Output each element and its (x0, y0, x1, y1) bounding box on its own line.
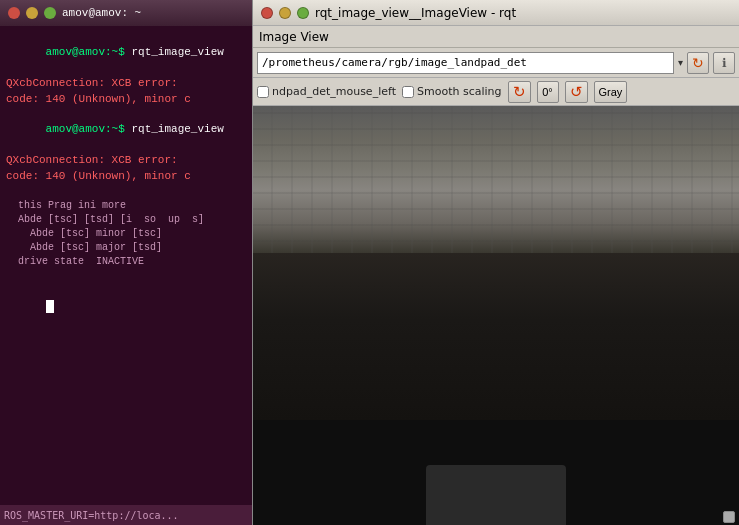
angle-label-button[interactable]: 0° (537, 81, 559, 103)
info-button[interactable]: ℹ (713, 52, 735, 74)
gray-label: Gray (599, 86, 623, 98)
angle-label: 0° (542, 86, 553, 98)
camera-image-area (253, 106, 739, 525)
rotate-cw-icon: ↻ (513, 83, 526, 101)
rqt-maximize-button[interactable] (297, 7, 309, 19)
rqt-minimize-button[interactable] (279, 7, 291, 19)
rqt-title: rqt_image_view__ImageView - rqt (315, 6, 516, 20)
term-blank-2 (6, 269, 246, 284)
terminal-content: amov@amov:~$ rqt_image_view QXcbConnecti… (0, 26, 252, 335)
controls-row: ndpad_det_mouse_left Smooth scaling ↻ 0°… (253, 78, 739, 106)
refresh-icon: ↻ (692, 55, 704, 71)
smooth-scaling-label: Smooth scaling (417, 85, 502, 98)
terminal-title: amov@amov: ~ (62, 7, 141, 19)
terminal-bottom-bar: ROS_MASTER_URI=http://loca... (0, 505, 252, 525)
rotate-ccw-icon: ↺ (570, 83, 583, 101)
landing-pad-shape (426, 465, 566, 525)
mouse-left-label: ndpad_det_mouse_left (272, 85, 396, 98)
term-line-2: amov@amov:~$ rqt_image_view (6, 107, 246, 153)
terminal-close-button[interactable] (8, 7, 20, 19)
topic-row: ▾ ↻ ℹ (253, 48, 739, 78)
term-info-5: drive state INACTIVE (6, 255, 246, 269)
rqt-menubar: Image View (253, 26, 739, 48)
smooth-scaling-checkbox[interactable] (402, 86, 414, 98)
term-cmd-2: rqt_image_view (131, 123, 223, 135)
term-error-4: code: 140 (Unknown), minor c (6, 169, 246, 184)
checkbox-label-1[interactable]: ndpad_det_mouse_left (257, 85, 396, 98)
term-error-2: code: 140 (Unknown), minor c (6, 92, 246, 107)
term-info-2: Abde [tsc] [tsd] [i so up s] (6, 213, 246, 227)
term-info-1: this Prag ini more (6, 199, 246, 213)
image-simulation (253, 106, 739, 525)
terminal-cursor (46, 300, 54, 313)
terminal-status-text: ROS_MASTER_URI=http://loca... (4, 510, 179, 521)
term-cmd-1: rqt_image_view (131, 46, 223, 58)
mouse-left-checkbox[interactable] (257, 86, 269, 98)
refresh-topic-button[interactable]: ↻ (687, 52, 709, 74)
image-scrollbar[interactable] (723, 511, 735, 523)
rotate-cw-button[interactable]: ↻ (508, 81, 531, 103)
rqt-panel: rqt_image_view__ImageView - rqt Image Vi… (252, 0, 739, 525)
term-info-4: Abde [tsc] major [tsd] (6, 241, 246, 255)
term-cursor-line (6, 285, 246, 331)
topic-input[interactable] (257, 52, 674, 74)
checkbox-label-2[interactable]: Smooth scaling (402, 85, 502, 98)
term-error-3: QXcbConnection: XCB error: (6, 153, 246, 168)
gray-button[interactable]: Gray (594, 81, 628, 103)
term-prompt-1: amov@amov:~$ (46, 46, 132, 58)
terminal-panel: amov@amov: ~ amov@amov:~$ rqt_image_view… (0, 0, 252, 525)
rotate-ccw-button[interactable]: ↺ (565, 81, 588, 103)
rqt-menubar-title: Image View (259, 30, 329, 44)
terminal-maximize-button[interactable] (44, 7, 56, 19)
term-line-1: amov@amov:~$ rqt_image_view (6, 30, 246, 76)
term-error-1: QXcbConnection: XCB error: (6, 76, 246, 91)
dropdown-arrow-icon: ▾ (678, 57, 683, 68)
dark-middle (253, 253, 739, 421)
camera-image (253, 106, 739, 525)
term-prompt-2: amov@amov:~$ (46, 123, 132, 135)
info-icon: ℹ (722, 56, 727, 70)
terminal-minimize-button[interactable] (26, 7, 38, 19)
term-info-3: Abde [tsc] minor [tsc] (6, 227, 246, 241)
terminal-titlebar: amov@amov: ~ (0, 0, 252, 26)
rqt-titlebar: rqt_image_view__ImageView - rqt (253, 0, 739, 26)
rqt-close-button[interactable] (261, 7, 273, 19)
term-blank-1 (6, 184, 246, 199)
